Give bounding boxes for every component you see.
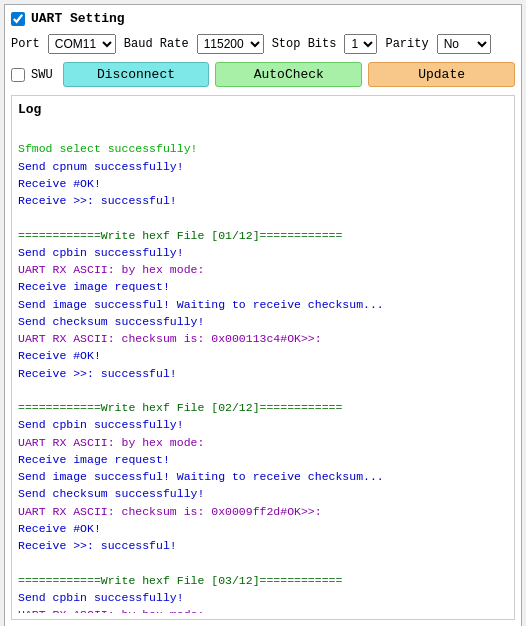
log-line: Send image successful! Waiting to receiv… — [18, 296, 508, 313]
disconnect-button[interactable]: Disconnect — [63, 62, 210, 87]
log-line: UART RX ASCII: by hex mode: — [18, 261, 508, 278]
log-line: Receive #OK! — [18, 520, 508, 537]
port-select[interactable]: COM11 — [48, 34, 116, 54]
log-line: UART RX ASCII: by hex mode: — [18, 434, 508, 451]
swu-label: SWU — [31, 68, 53, 82]
log-line: Sfmod select successfully! — [18, 140, 508, 157]
log-line: Send checksum successfully! — [18, 313, 508, 330]
baud-rate-label: Baud Rate — [124, 37, 189, 51]
log-line: ============Write hexf File [02/12]=====… — [18, 399, 508, 416]
action-bar: SWU Disconnect AutoCheck Update — [11, 62, 515, 87]
log-line — [18, 123, 508, 140]
log-line: ============Write hexf File [03/12]=====… — [18, 572, 508, 589]
log-line — [18, 209, 508, 226]
autocheck-button[interactable]: AutoCheck — [215, 62, 362, 87]
uart-enable-checkbox[interactable] — [11, 12, 25, 26]
update-button[interactable]: Update — [368, 62, 515, 87]
stop-bits-select[interactable]: 1 2 — [344, 34, 377, 54]
log-line: Send cpnum successfully! — [18, 158, 508, 175]
log-line: UART RX ASCII: by hex mode: — [18, 606, 508, 613]
log-section: Log Sfmod select successfully!Send cpnum… — [11, 95, 515, 620]
port-label: Port — [11, 37, 40, 51]
title-bar: UART Setting — [11, 11, 515, 26]
log-title: Log — [18, 102, 508, 117]
log-line: Receive image request! — [18, 278, 508, 295]
log-line: Receive >>: successful! — [18, 192, 508, 209]
uart-setting-panel: UART Setting Port COM11 Baud Rate 9600 1… — [4, 4, 522, 626]
log-line — [18, 554, 508, 571]
baud-rate-select[interactable]: 9600 19200 38400 57600 115200 230400 — [197, 34, 264, 54]
log-line: Receive image request! — [18, 451, 508, 468]
log-line: Send image successful! Waiting to receiv… — [18, 468, 508, 485]
stop-bits-label: Stop Bits — [272, 37, 337, 51]
log-line: Receive >>: successful! — [18, 365, 508, 382]
parity-label: Parity — [385, 37, 428, 51]
log-line: Receive #OK! — [18, 347, 508, 364]
log-line: UART RX ASCII: checksum is: 0x000113c4#O… — [18, 330, 508, 347]
swu-checkbox[interactable] — [11, 68, 25, 82]
log-line — [18, 382, 508, 399]
panel-title: UART Setting — [31, 11, 125, 26]
log-line: Send cpbin successfully! — [18, 589, 508, 606]
log-line: Receive >>: successful! — [18, 537, 508, 554]
port-settings-bar: Port COM11 Baud Rate 9600 19200 38400 57… — [11, 34, 515, 54]
log-line: UART RX ASCII: checksum is: 0x0009ff2d#O… — [18, 503, 508, 520]
log-line: Send cpbin successfully! — [18, 244, 508, 261]
log-line: Send cpbin successfully! — [18, 416, 508, 433]
log-line: Send checksum successfully! — [18, 485, 508, 502]
log-content: Sfmod select successfully!Send cpnum suc… — [18, 123, 508, 613]
log-line: Receive #OK! — [18, 175, 508, 192]
parity-select[interactable]: No Even Odd — [437, 34, 491, 54]
log-line: ============Write hexf File [01/12]=====… — [18, 227, 508, 244]
